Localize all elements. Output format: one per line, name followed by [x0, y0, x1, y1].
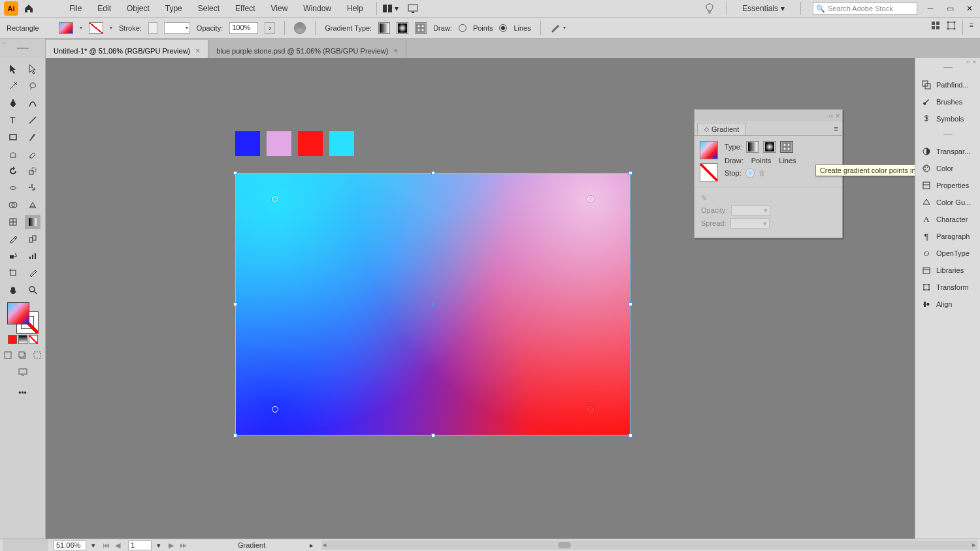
selection-handle[interactable] — [233, 171, 237, 175]
edit-toolbar-button[interactable]: ••• — [15, 386, 31, 400]
gradient-color-point[interactable] — [587, 196, 594, 202]
scale-tool[interactable] — [25, 164, 41, 178]
document-tab-1[interactable]: Untitled-1* @ 51.06% (RGB/GPU Preview) × — [46, 40, 208, 58]
points-radio-label[interactable]: Points — [473, 24, 493, 32]
delete-stop-icon[interactable]: 🗑 — [759, 169, 766, 177]
artboard-number-input[interactable]: 1 — [128, 541, 152, 550]
status-expand-icon[interactable]: ▸ — [310, 541, 314, 550]
stroke-swatch[interactable] — [89, 22, 103, 34]
selection-handle[interactable] — [233, 433, 237, 437]
panel-collapse-icon[interactable]: ‹‹ — [828, 112, 833, 119]
edit-gradient-button[interactable]: ▾ — [550, 24, 566, 33]
gradient-color-point[interactable] — [272, 406, 278, 413]
panel-character[interactable]: ACharacter — [915, 211, 980, 228]
horizontal-scrollbar[interactable]: ◂ ▸ — [321, 541, 977, 550]
gradient-artwork[interactable] — [235, 173, 630, 435]
fill-swatch[interactable] — [59, 22, 73, 34]
gradient-tool[interactable] — [25, 215, 41, 229]
workspace-switcher[interactable]: Essentials ▾ — [738, 3, 789, 14]
scroll-thumb[interactable] — [558, 542, 571, 548]
column-graph-tool[interactable] — [25, 249, 41, 263]
symbol-sprayer-tool[interactable] — [5, 249, 21, 263]
lasso-tool[interactable] — [25, 79, 41, 93]
gradient-panel-tab[interactable]: ◇Gradient — [697, 123, 746, 135]
stroke-style-select[interactable]: ▾ — [164, 22, 190, 34]
eyedropper-tool[interactable] — [5, 232, 21, 246]
panel-paragraph[interactable]: ¶Paragraph — [915, 228, 980, 245]
curvature-tool[interactable] — [25, 96, 41, 110]
shape-builder-tool[interactable] — [5, 198, 21, 212]
panel-transparency[interactable]: Transpar... — [915, 143, 980, 160]
menu-window[interactable]: Window — [295, 1, 339, 16]
center-point[interactable] — [432, 303, 434, 306]
fill-big-swatch[interactable] — [7, 302, 29, 324]
eraser-tool[interactable] — [25, 147, 41, 161]
gradient-freeform-button[interactable] — [415, 22, 427, 34]
panel-symbols[interactable]: Symbols — [915, 110, 980, 127]
gradient-linear-button[interactable] — [378, 22, 390, 34]
panel-spread-select[interactable]: ▾ — [730, 218, 770, 228]
canvas-area[interactable]: ‹‹× ◇Gradient ≡ Type: Draw: — [46, 58, 915, 539]
window-maximize-button[interactable]: ▭ — [943, 4, 956, 13]
blend-tool[interactable] — [25, 232, 41, 246]
menu-help[interactable]: Help — [339, 1, 371, 16]
draw-points-radio[interactable] — [459, 24, 466, 32]
menu-effect[interactable]: Effect — [227, 1, 263, 16]
shaper-tool[interactable] — [5, 147, 21, 161]
fill-dropdown[interactable]: ▾ — [80, 25, 82, 31]
stop-color-swatch[interactable] — [745, 168, 755, 178]
gradient-color-point[interactable] — [272, 196, 278, 202]
panel-linear-button[interactable] — [746, 141, 759, 153]
panel-menu-icon[interactable]: ≡ — [830, 122, 842, 135]
draw-normal-icon[interactable] — [3, 348, 13, 362]
free-transform-tool[interactable] — [25, 181, 41, 195]
panel-libraries[interactable]: Libraries — [915, 262, 980, 279]
selection-handle[interactable] — [233, 302, 237, 306]
zoom-dropdown[interactable]: ▾ — [91, 541, 95, 550]
nav-last-button[interactable]: ⏭ — [178, 541, 188, 550]
artboard-tool[interactable] — [5, 266, 21, 280]
selection-handle[interactable] — [629, 302, 632, 306]
panel-close-icon[interactable]: × — [836, 112, 840, 119]
zoom-level-input[interactable]: 51.06% — [54, 541, 86, 550]
document-tab-2[interactable]: blue purple stone.psd @ 51.06% (RGB/GPU … — [208, 40, 406, 58]
swatch[interactable] — [267, 131, 291, 156]
gradient-stroke-preview[interactable] — [700, 163, 718, 181]
panel-freeform-button[interactable] — [780, 141, 793, 153]
draw-inside-icon[interactable] — [32, 348, 42, 362]
menu-edit[interactable]: Edit — [90, 1, 119, 16]
left-dock-strip[interactable] — [0, 39, 46, 58]
panel-brushes[interactable]: Brushes — [915, 93, 980, 110]
dock-collapse-icon[interactable]: ›› — [966, 59, 970, 65]
artboard-dropdown[interactable]: ▾ — [157, 541, 161, 550]
menu-select[interactable]: Select — [190, 1, 227, 16]
arrange-docs-icon[interactable]: ▾ — [382, 4, 399, 13]
selection-tool[interactable] — [5, 62, 21, 76]
nav-prev-button[interactable]: ◀ — [112, 541, 123, 550]
panel-pathfinder[interactable]: Pathfind... — [915, 76, 980, 93]
tab-close-icon[interactable]: × — [393, 46, 398, 55]
selection-handle[interactable] — [431, 433, 435, 437]
zoom-tool[interactable] — [25, 283, 41, 297]
swatch[interactable] — [329, 131, 354, 156]
swatch[interactable] — [235, 131, 260, 156]
window-close-button[interactable]: ✕ — [963, 4, 976, 13]
panel-color[interactable]: Color — [915, 160, 980, 177]
tab-close-icon[interactable]: × — [195, 46, 200, 55]
gradient-preview[interactable] — [700, 141, 718, 159]
opacity-input[interactable]: 100% — [229, 22, 258, 34]
draw-behind-icon[interactable] — [17, 348, 27, 362]
gpu-preview-icon[interactable] — [408, 4, 418, 13]
swatch[interactable] — [298, 131, 323, 156]
panel-titlebar[interactable]: ‹‹× — [694, 110, 842, 121]
align-to-icon[interactable] — [931, 21, 940, 35]
selection-handle[interactable] — [431, 171, 435, 175]
rotate-tool[interactable] — [5, 164, 21, 178]
fill-stroke-swatches[interactable] — [7, 302, 39, 334]
shape-name-label[interactable]: Rectangle — [7, 24, 52, 32]
menu-type[interactable]: Type — [157, 1, 190, 16]
lines-radio-label[interactable]: Lines — [514, 24, 531, 32]
screen-mode-button[interactable] — [15, 365, 31, 379]
menu-object[interactable]: Object — [119, 1, 157, 16]
perspective-grid-tool[interactable] — [25, 198, 41, 212]
